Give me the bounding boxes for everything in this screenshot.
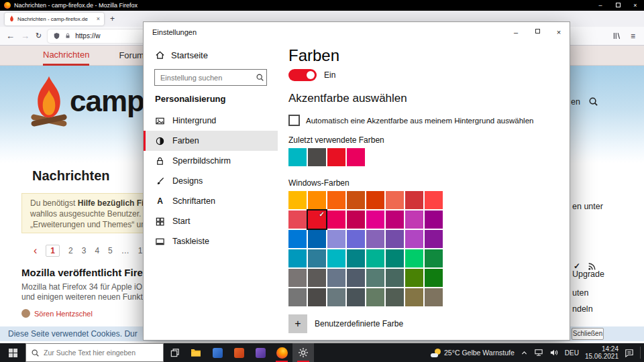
windows-color-swatch[interactable] xyxy=(386,191,404,209)
recent-color-swatch[interactable] xyxy=(308,148,326,166)
windows-color-swatch[interactable] xyxy=(308,230,326,248)
windows-color-swatch[interactable] xyxy=(366,230,384,248)
notice-line1-bold[interactable]: Hilfe bezüglich Fir xyxy=(78,198,147,208)
library-icon[interactable] xyxy=(612,32,621,40)
settings-taskbar-button[interactable] xyxy=(292,343,314,362)
colors-toggle[interactable] xyxy=(288,69,317,81)
windows-color-swatch[interactable] xyxy=(366,249,384,267)
clock[interactable]: 14:24 15.06.2021 xyxy=(585,345,619,360)
sidebar-item-schriftarten[interactable]: A Schriftarten xyxy=(144,191,278,211)
campfire-logo[interactable] xyxy=(30,75,68,130)
show-desktop-divider[interactable] xyxy=(640,347,641,359)
windows-color-swatch[interactable] xyxy=(327,230,345,248)
windows-color-swatch[interactable] xyxy=(308,191,326,209)
action-center-icon[interactable] xyxy=(625,349,634,357)
network-ethernet-icon[interactable] xyxy=(534,349,543,357)
windows-color-swatch[interactable] xyxy=(327,249,345,267)
menu-icon[interactable]: ≡ xyxy=(631,32,635,41)
windows-color-swatch[interactable] xyxy=(308,249,326,267)
auto-accent-checkbox[interactable] xyxy=(288,115,300,126)
windows-color-swatch[interactable] xyxy=(425,269,443,287)
lock-icon[interactable] xyxy=(64,32,71,40)
recent-color-swatch[interactable] xyxy=(288,148,307,166)
windows-color-swatch[interactable] xyxy=(405,288,423,306)
settings-search-box[interactable] xyxy=(154,69,267,86)
sidebar-item-start[interactable]: Start xyxy=(144,211,278,231)
windows-color-swatch[interactable] xyxy=(425,191,443,209)
windows-color-swatch[interactable] xyxy=(327,288,345,306)
windows-color-swatch[interactable] xyxy=(386,269,404,287)
taskbar-search-box[interactable] xyxy=(25,343,164,362)
file-explorer-button[interactable] xyxy=(185,343,207,362)
new-tab-button[interactable]: + xyxy=(110,14,115,23)
taskbar-search-input[interactable] xyxy=(44,349,163,357)
pagination-page[interactable]: 5 xyxy=(108,246,113,255)
cookie-close-button[interactable]: Schließen xyxy=(572,328,604,340)
windows-color-swatch[interactable] xyxy=(308,269,326,287)
shield-icon[interactable] xyxy=(53,32,60,40)
windows-color-swatch[interactable] xyxy=(366,191,384,209)
start-button[interactable] xyxy=(0,343,25,362)
site-nav-nachrichten[interactable]: Nachrichten xyxy=(43,46,89,66)
windows-color-swatch[interactable] xyxy=(405,269,423,287)
settings-minimize-button[interactable]: – xyxy=(505,22,527,42)
windows-color-swatch[interactable] xyxy=(347,269,365,287)
windows-color-swatch[interactable] xyxy=(386,230,404,248)
windows-color-swatch[interactable] xyxy=(386,249,404,267)
windows-color-swatch[interactable] xyxy=(288,249,307,267)
search-icon[interactable] xyxy=(588,97,598,107)
pagination-prev[interactable]: ‹ xyxy=(34,245,37,257)
firefox-close-button[interactable]: × xyxy=(627,0,644,11)
sidebar-item-taskleiste[interactable]: Taskleiste xyxy=(144,231,278,251)
pagination-page[interactable]: 3 xyxy=(82,246,87,255)
windows-color-swatch-selected[interactable]: ✓ xyxy=(308,210,326,229)
windows-color-swatch[interactable] xyxy=(288,191,307,209)
windows-color-swatch[interactable] xyxy=(347,288,365,306)
weather-widget[interactable]: 25°C Gelbe Warnstufe xyxy=(431,349,515,357)
windows-color-swatch[interactable] xyxy=(288,230,307,248)
sidebar-item-designs[interactable]: Designs xyxy=(144,171,278,191)
windows-color-swatch[interactable] xyxy=(366,288,384,306)
hidden-icons-chevron[interactable] xyxy=(521,349,528,357)
keyboard-language[interactable]: DEU xyxy=(565,349,579,357)
windows-color-swatch[interactable] xyxy=(405,230,423,248)
windows-color-swatch[interactable] xyxy=(405,249,423,267)
windows-color-swatch[interactable] xyxy=(366,269,384,287)
pinned-app-red-button[interactable] xyxy=(228,343,250,362)
search-icon[interactable] xyxy=(256,73,264,82)
pagination-page[interactable]: 2 xyxy=(68,246,73,255)
back-button[interactable]: ← xyxy=(6,31,15,41)
pinned-app-blue-button[interactable] xyxy=(207,343,228,362)
recent-color-swatch[interactable] xyxy=(347,148,365,166)
windows-color-swatch[interactable] xyxy=(327,210,345,229)
author-link[interactable]: Sören Hentzschel xyxy=(34,310,93,318)
windows-color-swatch[interactable] xyxy=(347,230,365,248)
windows-color-swatch[interactable] xyxy=(405,210,423,229)
recent-color-swatch[interactable] xyxy=(327,148,345,166)
firefox-maximize-button[interactable] xyxy=(609,0,627,11)
pagination-page-current[interactable]: 1 xyxy=(46,245,60,257)
sidebar-item-hintergrund[interactable]: Hintergrund xyxy=(144,111,278,131)
sidebar-item-farben[interactable]: Farben xyxy=(144,131,278,151)
pagination-page[interactable]: 4 xyxy=(95,246,99,255)
windows-color-swatch[interactable] xyxy=(386,210,404,229)
windows-color-swatch[interactable] xyxy=(386,288,404,306)
firefox-taskbar-button[interactable] xyxy=(271,343,292,362)
reload-button[interactable]: ↻ xyxy=(36,32,42,40)
tab-close-icon[interactable]: × xyxy=(97,15,100,22)
windows-color-swatch[interactable] xyxy=(347,210,365,229)
windows-color-swatch[interactable] xyxy=(425,249,443,267)
sidebar-item-sperrbildschirm[interactable]: Sperrbildschirm xyxy=(144,151,278,171)
firefox-minimize-button[interactable]: – xyxy=(592,0,609,11)
settings-maximize-button[interactable] xyxy=(527,22,548,42)
pinned-app-purple-button[interactable] xyxy=(250,343,271,362)
settings-search-input[interactable] xyxy=(155,74,256,82)
custom-color-button[interactable]: + xyxy=(288,314,307,333)
windows-color-swatch[interactable] xyxy=(425,230,443,248)
windows-color-swatch[interactable] xyxy=(347,249,365,267)
browser-tab[interactable]: Nachrichten - camp-firefox.de × xyxy=(5,13,104,25)
sidebar-item-home[interactable]: Startseite xyxy=(144,46,278,64)
windows-color-swatch[interactable] xyxy=(288,288,307,306)
windows-color-swatch[interactable] xyxy=(327,191,345,209)
windows-color-swatch[interactable] xyxy=(405,191,423,209)
